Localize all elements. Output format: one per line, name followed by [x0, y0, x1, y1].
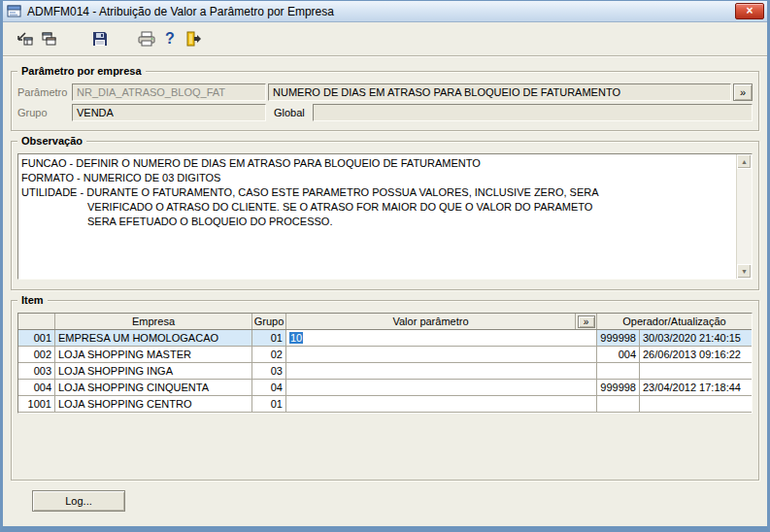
exit-icon[interactable]	[182, 26, 205, 51]
observation-line: FUNCAO - DEFINIR O NUMERO DE DIAS EM ATR…	[21, 156, 732, 171]
observation-textarea[interactable]: FUNCAO - DEFINIR O NUMERO DE DIAS EM ATR…	[17, 153, 753, 280]
scroll-down-icon[interactable]: ▼	[737, 264, 752, 279]
parameter-groupbox-legend: Parâmetro por empresa	[17, 65, 146, 78]
toolbar: ?	[3, 22, 767, 55]
valor-parametro-cell	[286, 380, 597, 395]
log-button[interactable]: Log...	[32, 490, 125, 512]
observation-line: VERIFICADO O ATRASO DO CLIENTE. SE O ATR…	[21, 200, 732, 215]
atualizacao-cell: 30/03/2020 21:40:15	[640, 330, 752, 346]
row-number-cell: 001	[18, 330, 55, 346]
empresa-cell: EMPRESA UM HOMOLOGACAO	[55, 330, 252, 346]
table-row[interactable]: 001 EMPRESA UM HOMOLOGACAO 01 10 999998 …	[18, 330, 752, 347]
app-icon	[7, 4, 22, 19]
header-expand-cell: »	[576, 314, 597, 329]
table-row[interactable]: 002 LOJA SHOPPING MASTER 02 004 26/06/20…	[18, 347, 752, 363]
atualizacao-cell: 26/06/2013 09:16:22	[640, 347, 752, 362]
scroll-up-icon[interactable]: ▲	[737, 154, 752, 169]
chevron-right-icon: »	[584, 316, 589, 327]
header-grupo: Grupo	[252, 314, 286, 329]
close-icon: ×	[746, 4, 753, 18]
observation-line: SERA EFETUADO O BLOQUEIO DO PROCESSO.	[21, 215, 732, 229]
parameter-description-field[interactable]: NUMERO DE DIAS EM ATRASO PARA BLOQUEIO D…	[268, 83, 731, 101]
help-icon[interactable]: ?	[158, 26, 182, 51]
empresa-cell: LOJA SHOPPING MASTER	[55, 347, 252, 362]
operador-cell	[597, 363, 640, 379]
copy-records-icon[interactable]	[38, 26, 61, 51]
close-button[interactable]: ×	[735, 3, 764, 19]
group-field[interactable]: VENDA	[72, 104, 266, 121]
table-row[interactable]: 003 LOJA SHOPPING INGA 03	[18, 363, 752, 380]
row-number-cell: 1001	[18, 396, 55, 412]
parameter-code-field[interactable]: NR_DIA_ATRASO_BLOQ_FAT	[72, 83, 266, 101]
content-area: Parâmetro por empresa Parâmetro NR_DIA_A…	[3, 57, 767, 526]
item-grid: Empresa Grupo Valor parâmetro » Operador…	[17, 313, 753, 414]
grid-header-row: Empresa Grupo Valor parâmetro » Operador…	[18, 314, 752, 330]
print-icon[interactable]	[135, 26, 158, 51]
grupo-cell: 01	[252, 396, 286, 412]
valor-parametro-cell	[286, 363, 597, 379]
group-label: Grupo	[17, 107, 72, 118]
item-groupbox-legend: Item	[17, 294, 48, 307]
grid-expand-button[interactable]: »	[578, 316, 595, 328]
atualizacao-cell	[640, 363, 752, 379]
empresa-cell: LOJA SHOPPING INGA	[55, 363, 252, 379]
global-field[interactable]	[313, 104, 753, 121]
valor-parametro-cell	[286, 396, 597, 412]
global-label: Global	[266, 107, 313, 118]
row-number-cell: 003	[18, 363, 55, 379]
atualizacao-cell	[640, 396, 752, 412]
item-groupbox: Item Empresa Grupo Valor parâmetro » Ope…	[11, 300, 759, 481]
header-empresa: Empresa	[55, 314, 252, 329]
app-window: ADMFM014 - Atribuição de Valor a Parâmet…	[0, 0, 770, 532]
grupo-cell: 01	[252, 330, 286, 346]
observation-line: FORMATO - NUMERICO DE 03 DIGITOS	[21, 171, 732, 185]
valor-parametro-editor[interactable]: 10	[286, 330, 597, 346]
observation-line: UTILIDADE - DURANTE O FATURAMENTO, CASO …	[21, 185, 732, 200]
grupo-cell: 02	[252, 347, 286, 362]
window-title: ADMFM014 - Atribuição de Valor a Parâmet…	[27, 5, 334, 18]
parameter-expand-button[interactable]: »	[733, 83, 753, 101]
operador-cell	[597, 396, 640, 412]
selected-text: 10	[289, 332, 303, 344]
operador-cell: 999998	[597, 330, 640, 346]
observation-groupbox: Observação FUNCAO - DEFINIR O NUMERO DE …	[11, 141, 759, 290]
parameter-groupbox: Parâmetro por empresa Parâmetro NR_DIA_A…	[11, 71, 759, 131]
valor-parametro-cell	[286, 347, 597, 362]
empresa-cell: LOJA SHOPPING CINQUENTA	[55, 380, 252, 395]
grupo-cell: 04	[252, 380, 286, 395]
header-row-number	[18, 314, 55, 329]
header-operador-atualizacao: Operador/Atualização	[597, 314, 752, 329]
operador-cell: 999998	[597, 380, 640, 395]
save-icon[interactable]	[88, 26, 112, 51]
observation-scrollbar[interactable]: ▲ ▼	[736, 154, 752, 279]
table-row[interactable]: 004 LOJA SHOPPING CINQUENTA 04 999998 23…	[18, 380, 752, 396]
footer: Log...	[32, 490, 759, 512]
atualizacao-cell: 23/04/2012 17:18:44	[640, 380, 752, 395]
empresa-cell: LOJA SHOPPING CENTRO	[55, 396, 252, 412]
observation-groupbox-legend: Observação	[17, 135, 86, 148]
chevron-right-icon: »	[740, 86, 746, 98]
row-number-cell: 002	[18, 347, 55, 362]
operador-cell: 004	[597, 347, 640, 362]
grupo-cell: 03	[252, 363, 286, 379]
row-number-cell: 004	[18, 380, 55, 395]
table-row[interactable]: 1001 LOJA SHOPPING CENTRO 01	[18, 396, 752, 413]
title-bar[interactable]: ADMFM014 - Atribuição de Valor a Parâmet…	[3, 1, 767, 22]
export-record-icon[interactable]	[13, 26, 36, 51]
parameter-label: Parâmetro	[17, 86, 72, 98]
header-valor-parametro: Valor parâmetro	[286, 314, 576, 329]
